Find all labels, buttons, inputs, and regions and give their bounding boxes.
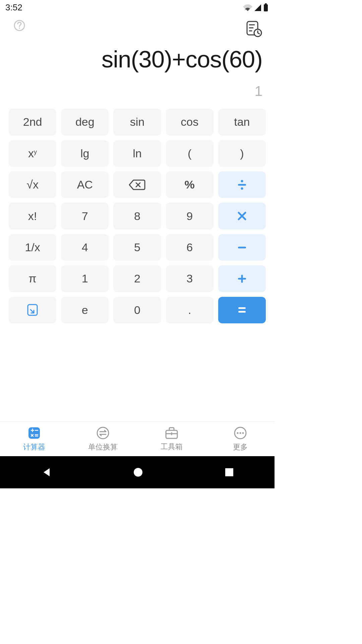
help-icon bbox=[13, 19, 25, 32]
key-8[interactable]: 8 bbox=[113, 203, 161, 229]
svg-rect-1 bbox=[265, 3, 267, 4]
keypad: 2nd deg sin cos tan xy lg ln ( ) √x AC % bbox=[0, 109, 275, 323]
expression-display: sin(30)+cos(60) bbox=[12, 46, 262, 72]
svg-line-11 bbox=[136, 183, 140, 187]
tab-calculator[interactable]: 计算器 bbox=[0, 422, 69, 456]
key-7[interactable]: 7 bbox=[61, 203, 109, 229]
key-2nd[interactable]: 2nd bbox=[9, 109, 56, 135]
key-sqrt[interactable]: √x bbox=[9, 171, 56, 198]
svg-line-15 bbox=[239, 213, 245, 219]
svg-line-10 bbox=[136, 183, 140, 187]
svg-point-14 bbox=[241, 187, 243, 190]
key-divide[interactable] bbox=[218, 171, 266, 198]
status-bar: 3:52 × bbox=[0, 0, 275, 15]
svg-rect-19 bbox=[241, 275, 243, 283]
key-plus[interactable] bbox=[218, 265, 266, 292]
svg-rect-21 bbox=[238, 307, 246, 309]
nav-recent-button[interactable] bbox=[224, 467, 234, 477]
svg-rect-13 bbox=[238, 184, 246, 185]
tab-label: 单位换算 bbox=[88, 442, 118, 452]
svg-rect-18 bbox=[238, 278, 246, 279]
history-icon bbox=[244, 19, 262, 38]
svg-rect-22 bbox=[238, 311, 246, 313]
nav-back-button[interactable] bbox=[40, 466, 52, 478]
nav-back-icon bbox=[40, 466, 52, 478]
key-1[interactable]: 1 bbox=[61, 265, 109, 292]
key-minus[interactable] bbox=[218, 234, 266, 261]
wifi-off-icon: × bbox=[243, 4, 252, 11]
collapse-icon bbox=[26, 303, 39, 317]
tab-label: 更多 bbox=[233, 442, 248, 452]
svg-rect-40 bbox=[225, 468, 233, 476]
key-equals[interactable] bbox=[218, 297, 266, 323]
battery-icon bbox=[263, 3, 268, 11]
key-power[interactable]: xy bbox=[9, 140, 56, 167]
key-dot[interactable]: . bbox=[166, 297, 214, 323]
key-4[interactable]: 4 bbox=[61, 234, 109, 261]
svg-rect-20 bbox=[28, 305, 37, 315]
key-sin[interactable]: sin bbox=[113, 109, 161, 135]
key-percent[interactable]: % bbox=[166, 171, 214, 198]
key-multiply[interactable] bbox=[218, 203, 266, 229]
key-deg[interactable]: deg bbox=[61, 109, 109, 135]
calculator-icon bbox=[27, 426, 41, 440]
tab-label: 工具箱 bbox=[161, 442, 183, 452]
svg-line-16 bbox=[239, 213, 245, 219]
key-e[interactable]: e bbox=[61, 297, 109, 323]
nav-recent-icon bbox=[224, 467, 234, 477]
nav-home-icon bbox=[133, 467, 143, 478]
toolbox-icon bbox=[164, 426, 179, 440]
key-open-paren[interactable]: ( bbox=[166, 140, 214, 167]
svg-rect-23 bbox=[28, 427, 40, 439]
header bbox=[0, 15, 275, 44]
system-nav-bar bbox=[0, 456, 275, 488]
svg-rect-17 bbox=[238, 247, 246, 248]
divide-icon bbox=[236, 179, 248, 191]
convert-icon bbox=[96, 426, 110, 440]
key-backspace[interactable] bbox=[113, 171, 161, 198]
bottom-tabs: 计算器 单位换算 工具箱 bbox=[0, 421, 275, 456]
multiply-icon bbox=[237, 211, 247, 221]
status-time: 3:52 bbox=[5, 2, 22, 13]
equals-icon bbox=[237, 305, 247, 315]
svg-point-39 bbox=[134, 468, 142, 477]
display: sin(30)+cos(60) 1 bbox=[0, 44, 275, 99]
key-collapse[interactable] bbox=[9, 297, 56, 323]
key-ac[interactable]: AC bbox=[61, 171, 109, 198]
status-icons: × bbox=[243, 3, 268, 11]
tab-toolbox[interactable]: 工具箱 bbox=[137, 422, 206, 456]
tab-label: 计算器 bbox=[23, 442, 45, 452]
key-close-paren[interactable]: ) bbox=[218, 140, 266, 167]
more-icon bbox=[233, 426, 247, 440]
plus-icon bbox=[237, 273, 247, 284]
svg-rect-2 bbox=[264, 4, 268, 11]
help-button[interactable] bbox=[13, 19, 25, 32]
key-ln[interactable]: ln bbox=[113, 140, 161, 167]
history-button[interactable] bbox=[244, 19, 262, 38]
svg-point-37 bbox=[239, 432, 241, 434]
key-9[interactable]: 9 bbox=[166, 203, 214, 229]
key-tan[interactable]: tan bbox=[218, 109, 266, 135]
key-lg[interactable]: lg bbox=[61, 140, 109, 167]
key-5[interactable]: 5 bbox=[113, 234, 161, 261]
nav-home-button[interactable] bbox=[133, 467, 143, 478]
tab-unit-convert[interactable]: 单位换算 bbox=[69, 422, 137, 456]
key-6[interactable]: 6 bbox=[166, 234, 214, 261]
key-factorial[interactable]: x! bbox=[9, 203, 56, 229]
svg-point-31 bbox=[97, 427, 109, 439]
key-cos[interactable]: cos bbox=[166, 109, 214, 135]
key-pi[interactable]: π bbox=[9, 265, 56, 292]
tab-more[interactable]: 更多 bbox=[206, 422, 275, 456]
svg-point-12 bbox=[241, 180, 243, 182]
key-3[interactable]: 3 bbox=[166, 265, 214, 292]
cellular-icon bbox=[254, 4, 262, 11]
key-2[interactable]: 2 bbox=[113, 265, 161, 292]
key-0[interactable]: 0 bbox=[113, 297, 161, 323]
svg-point-38 bbox=[242, 432, 244, 434]
svg-point-36 bbox=[237, 432, 238, 434]
svg-point-4 bbox=[19, 28, 20, 29]
result-display: 1 bbox=[12, 83, 262, 99]
svg-text:×: × bbox=[245, 7, 247, 11]
minus-icon bbox=[237, 242, 247, 253]
key-reciprocal[interactable]: 1/x bbox=[9, 234, 56, 261]
